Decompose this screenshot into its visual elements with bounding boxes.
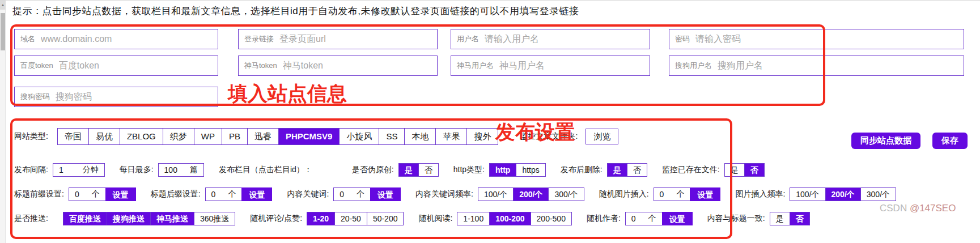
title-prefix-value[interactable]: 0 (75, 190, 79, 199)
shenma-user-input[interactable] (499, 61, 644, 71)
site-type-ss[interactable]: SS (379, 128, 405, 145)
shenma-token-input[interactable] (283, 61, 431, 71)
shenma-user-field[interactable]: 神马用户名 (451, 56, 650, 76)
random-comment-1-20[interactable]: 1-20 (307, 212, 335, 225)
random-comment-50-200[interactable]: 50-200 (367, 212, 404, 225)
keyword-freq-300[interactable]: 300/个 (548, 187, 584, 201)
shenma-token-label: 神马token (244, 61, 277, 71)
random-author-value[interactable]: 0 (631, 214, 636, 223)
sync-site-data-button[interactable]: 同步站点数据 (851, 133, 920, 149)
push-options: 百度推送 搜狗推送 神马推送 360推送 (63, 212, 235, 225)
login-link-field[interactable]: 登录链接 (238, 29, 438, 49)
random-read-1-100[interactable]: 1-100 (457, 212, 490, 225)
monitor-existing-yes[interactable]: 是 (724, 163, 745, 177)
sogou-pass-input[interactable] (56, 92, 212, 102)
username-field[interactable]: 用户名 (451, 29, 650, 49)
content-keywords-field[interactable]: 0 个 (333, 187, 371, 201)
site-type-options: 帝国 易优 ZBLOG 织梦 WP PB 迅睿 PHPCMSV9 小旋风 SS … (57, 128, 499, 145)
site-type-xunrui[interactable]: 迅睿 (247, 128, 279, 145)
domain-field[interactable]: 域名 (14, 29, 218, 49)
content-title-match-no[interactable]: 否 (790, 212, 810, 225)
pseudo-original-yes[interactable]: 是 (398, 163, 419, 177)
interval-label: 发布间隔: (14, 165, 48, 175)
title-prefix-set-button[interactable]: 设置 (105, 187, 136, 201)
keyword-freq-100[interactable]: 100/个 (478, 187, 514, 201)
image-freq-300[interactable]: 300/个 (860, 187, 896, 201)
shenma-token-field[interactable]: 神马token (238, 56, 438, 76)
title-suffix-field[interactable]: 0 个 (205, 187, 243, 201)
image-freq-100[interactable]: 100/个 (790, 187, 825, 201)
baidu-token-field[interactable]: 百度token (14, 56, 218, 76)
site-type-zblog[interactable]: ZBLOG (120, 128, 163, 145)
random-author-set-button[interactable]: 设置 (662, 212, 693, 225)
sogou-user-field[interactable]: 搜狗用户名 (669, 56, 964, 76)
sogou-user-label: 搜狗用户名 (675, 61, 712, 71)
publish-settings-annotation-text: 发布设置 (495, 119, 575, 146)
push-baidu[interactable]: 百度推送 (63, 212, 107, 225)
content-keywords-value[interactable]: 0 (340, 190, 344, 199)
daily-max-label: 每日最多: (120, 165, 154, 175)
delete-after-no[interactable]: 否 (627, 163, 647, 177)
site-type-pb[interactable]: PB (222, 128, 248, 145)
content-keywords-unit: 个 (357, 189, 364, 199)
publish-options-row: 发布间隔: 1 分钟 每日最多: 100 篇 发布栏目（点击栏目id）： 是否伪… (14, 163, 765, 177)
title-suffix-value[interactable]: 0 (211, 190, 216, 199)
sogou-pass-field[interactable]: 搜狗密码 (14, 87, 218, 107)
monitor-existing-no[interactable]: 否 (744, 163, 765, 177)
site-type-pingguo[interactable]: 苹果 (435, 128, 467, 145)
pseudo-original-options: 是 否 (398, 163, 439, 177)
baidu-token-label: 百度token (20, 61, 53, 71)
browse-button[interactable]: 浏览 (586, 129, 618, 144)
scrollbar-thumb[interactable] (1, 13, 5, 50)
sogou-user-input[interactable] (718, 61, 958, 71)
scrollbar-up-icon[interactable]: ▲ (0, 1, 6, 10)
random-image-set-button[interactable]: 设置 (690, 187, 720, 201)
site-type-yiyou[interactable]: 易优 (88, 128, 120, 145)
random-image-value[interactable]: 0 (660, 190, 664, 199)
site-type-wp[interactable]: WP (194, 128, 222, 145)
site-type-souwai[interactable]: 搜外 (466, 128, 498, 145)
delete-after-yes[interactable]: 是 (607, 163, 627, 177)
site-type-zhimeng[interactable]: 织梦 (163, 128, 194, 145)
keyword-freq-200[interactable]: 200/个 (513, 187, 549, 201)
random-author-group: 0 个 设置 (625, 212, 693, 225)
random-image-field[interactable]: 0 个 (654, 187, 691, 201)
random-comment-options: 1-20 20-50 50-200 (307, 212, 404, 225)
save-button[interactable]: 保存 (932, 133, 968, 149)
title-prefix-field[interactable]: 0 个 (69, 187, 106, 201)
content-title-match-yes[interactable]: 是 (770, 212, 790, 225)
push-shenma[interactable]: 神马推送 (150, 212, 194, 225)
delete-after-label: 发布后删除: (561, 165, 603, 175)
keyword-freq-label: 内容关键词频率: (415, 189, 473, 199)
site-type-diguo[interactable]: 帝国 (57, 128, 89, 145)
login-link-input[interactable] (279, 34, 431, 44)
watermark: CSDN @147SEO (880, 203, 956, 214)
interval-field[interactable]: 1 分钟 (53, 163, 105, 177)
random-read-200-500[interactable]: 200-500 (531, 212, 572, 225)
daily-max-field[interactable]: 100 篇 (158, 163, 204, 177)
site-type-phpcmsv9[interactable]: PHPCMSV9 (278, 128, 340, 145)
random-comment-20-50[interactable]: 20-50 (334, 212, 367, 225)
daily-max-unit: 篇 (190, 165, 198, 175)
password-input[interactable] (695, 34, 958, 44)
image-freq-200[interactable]: 200/个 (825, 187, 861, 201)
daily-max-value[interactable]: 100 (164, 165, 177, 174)
site-type-xiaoxuanfeng[interactable]: 小旋风 (339, 128, 379, 145)
random-author-field[interactable]: 0 个 (625, 212, 663, 225)
site-type-bendi[interactable]: 本地 (404, 128, 436, 145)
password-field[interactable]: 密码 (669, 29, 964, 49)
domain-input[interactable] (41, 34, 212, 44)
push-360[interactable]: 360推送 (194, 212, 235, 225)
http-option[interactable]: http (489, 163, 516, 177)
site-info-annotation-text: 填入站点信息 (228, 80, 347, 107)
baidu-token-input[interactable] (59, 61, 212, 71)
content-keywords-set-button[interactable]: 设置 (370, 187, 401, 201)
https-option[interactable]: https (516, 163, 545, 177)
left-scrollbar[interactable]: ▲ (0, 1, 6, 243)
interval-value[interactable]: 1 (59, 165, 63, 174)
random-read-100-200[interactable]: 100-200 (489, 212, 531, 225)
username-input[interactable] (485, 34, 644, 44)
push-sogou[interactable]: 搜狗推送 (107, 212, 151, 225)
pseudo-original-no[interactable]: 否 (418, 163, 439, 177)
title-suffix-set-button[interactable]: 设置 (241, 187, 272, 201)
